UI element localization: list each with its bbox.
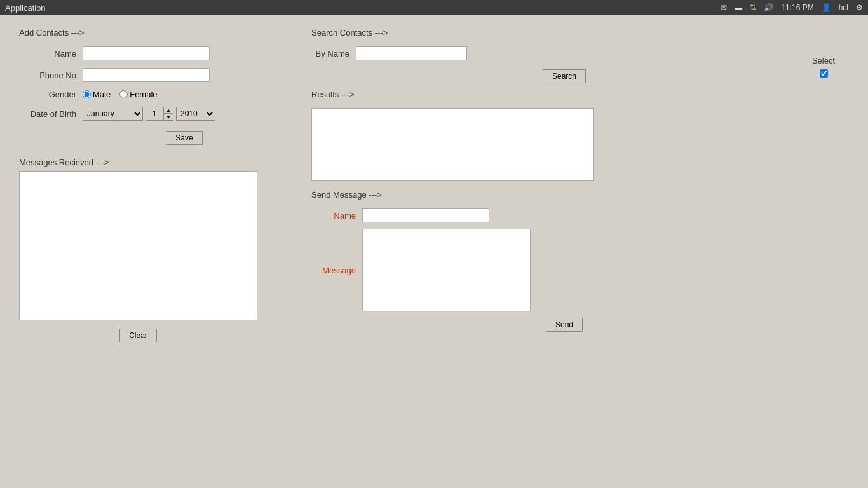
app-title: Application (5, 3, 46, 13)
phone-row: Phone No (19, 68, 311, 82)
send-message-title: Send Message ---> (311, 190, 798, 200)
search-button[interactable]: Search (543, 69, 586, 83)
gender-female-label: Female (130, 90, 157, 99)
message-label: Message (311, 266, 362, 275)
dob-year-select[interactable]: 2010 2009 2008 2007 2006 2005 2000 1995 … (176, 107, 215, 121)
gender-female-radio[interactable] (119, 90, 128, 98)
results-textarea[interactable] (311, 108, 594, 181)
send-button[interactable]: Send (546, 318, 583, 332)
messages-title: Messages Recieved ---> (19, 158, 311, 167)
phone-input[interactable] (83, 68, 210, 82)
send-message-section: Send Message ---> Name Message Send (311, 190, 798, 332)
dob-row: Date of Birth January February March Apr… (19, 107, 311, 121)
titlebar-left: Application (5, 3, 46, 13)
gender-male-label: Male (93, 90, 111, 99)
gender-male-radio[interactable] (83, 90, 91, 98)
send-btn-row: Send (311, 318, 798, 332)
dob-day-up-button[interactable]: ▲ (163, 107, 173, 114)
right-col-select: Select (798, 28, 849, 332)
name-input[interactable] (83, 46, 210, 60)
send-name-row: Name (311, 208, 798, 222)
username: hcl (839, 3, 848, 12)
clear-button[interactable]: Clear (119, 329, 157, 342)
send-name-label: Name (311, 211, 362, 220)
dob-day-down-button[interactable]: ▼ (163, 114, 173, 121)
right-col-main: Search Contacts ---> By Name Search Resu… (311, 28, 798, 332)
titlebar: Application ✉ ▬ ⇅ 🔊 11:16 PM 👤 hcl ⚙ (0, 0, 868, 15)
left-panel: Add Contacts ---> Name Phone No Gender M… (19, 28, 311, 475)
by-name-label: By Name (311, 49, 356, 58)
dob-day-spinner: ▲ ▼ (146, 107, 173, 121)
gender-row: Gender Male Female (19, 90, 311, 99)
battery-icon: ▬ (735, 3, 742, 12)
dob-day-input[interactable] (146, 107, 163, 121)
user-icon: 👤 (822, 3, 831, 12)
send-message-row: Message (311, 229, 798, 311)
time-display: 11:16 PM (781, 3, 813, 12)
volume-icon: 🔊 (764, 3, 773, 12)
search-by-name-row: By Name (311, 46, 798, 60)
dob-controls: January February March April May June Ju… (83, 107, 215, 121)
add-contacts-title: Add Contacts ---> (19, 28, 311, 37)
name-label: Name (19, 49, 83, 58)
gender-male-option[interactable]: Male (83, 90, 111, 99)
settings-icon: ⚙ (856, 3, 863, 12)
main-content: Add Contacts ---> Name Phone No Gender M… (0, 15, 868, 488)
results-title: Results ---> (311, 90, 798, 99)
right-panel: Search Contacts ---> By Name Search Resu… (311, 28, 849, 475)
send-name-input[interactable] (362, 208, 489, 222)
gender-female-option[interactable]: Female (119, 90, 157, 99)
transfer-icon: ⇅ (750, 3, 756, 12)
select-label: Select (812, 56, 835, 65)
search-contacts-title: Search Contacts ---> (311, 28, 798, 37)
gender-label: Gender (19, 90, 83, 99)
phone-label: Phone No (19, 71, 83, 80)
dob-day-spinner-buttons: ▲ ▼ (163, 107, 173, 121)
right-inner: Search Contacts ---> By Name Search Resu… (311, 28, 849, 332)
dob-month-select[interactable]: January February March April May June Ju… (83, 107, 143, 121)
email-icon: ✉ (721, 3, 727, 12)
titlebar-right: ✉ ▬ ⇅ 🔊 11:16 PM 👤 hcl ⚙ (721, 3, 863, 12)
select-checkbox[interactable] (820, 69, 828, 78)
search-contacts-section: Search Contacts ---> By Name (311, 28, 798, 60)
save-button[interactable]: Save (166, 131, 202, 145)
messages-textarea[interactable] (19, 171, 257, 320)
search-by-name-input[interactable] (356, 46, 467, 60)
results-section: Results ---> (311, 90, 798, 181)
save-btn-row: Save (19, 131, 311, 145)
search-btn-row: Search (311, 69, 798, 83)
gender-radio-group: Male Female (83, 90, 158, 99)
name-row: Name (19, 46, 311, 60)
dob-label: Date of Birth (19, 109, 83, 119)
message-textarea[interactable] (362, 229, 531, 311)
clear-btn-row: Clear (19, 329, 257, 342)
